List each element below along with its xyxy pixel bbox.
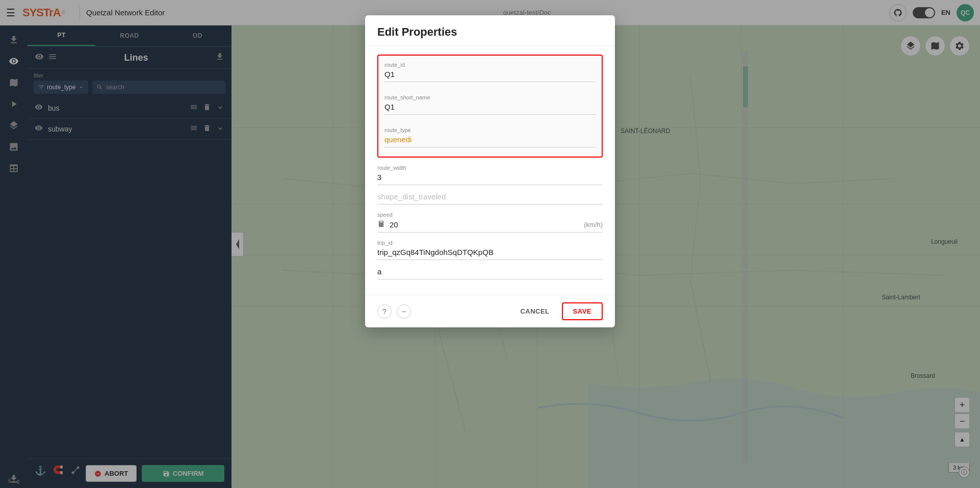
speed-value-row: 🖩 20 (km/h) (377, 220, 603, 233)
modal-body: route_id Q1 route_short_name Q1 route_ty… (365, 46, 615, 295)
speed-unit: (km/h) (584, 221, 603, 228)
save-button[interactable]: SAVE (562, 302, 603, 320)
route-width-label: route_width (377, 165, 603, 171)
route-id-field: route_id Q1 (384, 62, 596, 82)
route-id-label: route_id (384, 62, 596, 68)
edit-properties-modal: Edit Properties route_id Q1 route_short_… (365, 15, 615, 327)
trip-id-field: trip_id trip_qzGq84TiNgdohSqDTQKpQB (377, 240, 603, 260)
cancel-button[interactable]: CANCEL (514, 303, 555, 319)
route-id-value: Q1 (384, 70, 596, 82)
a-value: a (377, 267, 603, 279)
modal-footer: ? − CANCEL SAVE (365, 295, 615, 327)
speed-field: speed 🖩 20 (km/h) (377, 212, 603, 233)
route-short-name-field: route_short_name Q1 (384, 94, 596, 115)
route-width-field: route_width 3 (377, 165, 603, 185)
modal-footer-icons: ? − (377, 304, 411, 319)
help-icon-button[interactable]: ? (377, 304, 392, 319)
speed-calculator-icon: 🖩 (377, 220, 385, 229)
modal-header: Edit Properties (365, 15, 615, 46)
modal-overlay: Edit Properties route_id Q1 route_short_… (0, 0, 980, 488)
minus-icon-button[interactable]: − (397, 304, 411, 319)
route-type-value: quenedi (384, 135, 596, 147)
speed-value: 20 (390, 220, 398, 229)
a-field: a (377, 267, 603, 279)
speed-label: speed (377, 212, 603, 218)
trip-id-value: trip_qzGq84TiNgdohSqDTQKpQB (377, 248, 603, 260)
route-short-name-value: Q1 (384, 102, 596, 115)
route-width-value: 3 (377, 173, 603, 185)
shape-dist-field: shape_dist_traveled (377, 192, 603, 204)
route-type-field: route_type quenedi (384, 127, 596, 147)
modal-title: Edit Properties (377, 25, 457, 38)
shape-dist-placeholder: shape_dist_traveled (377, 192, 603, 204)
route-type-label: route_type (384, 127, 596, 133)
trip-id-label: trip_id (377, 240, 603, 246)
route-short-name-label: route_short_name (384, 94, 596, 100)
highlighted-fields-group: route_id Q1 route_short_name Q1 route_ty… (377, 55, 603, 158)
